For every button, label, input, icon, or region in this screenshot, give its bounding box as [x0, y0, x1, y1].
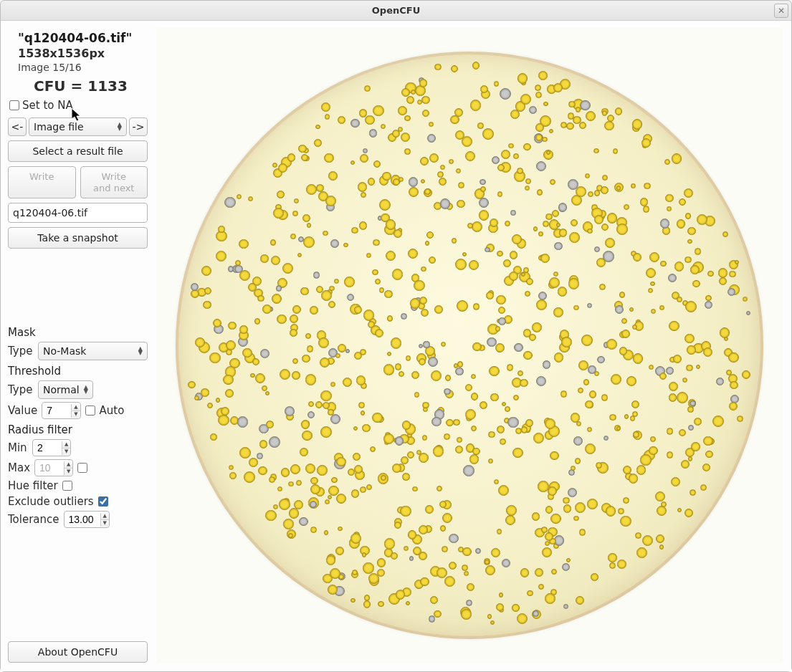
- colony-selected: [585, 173, 590, 178]
- radius-max-spinner[interactable]: ▲▼: [34, 459, 73, 476]
- mask-type-combo[interactable]: No-Mask ▲▼: [38, 342, 148, 360]
- colony-selected: [399, 371, 404, 377]
- colony-selected: [536, 299, 547, 310]
- write-button[interactable]: Write: [8, 166, 76, 198]
- colony-selected: [328, 409, 333, 415]
- colony-selected: [406, 355, 411, 360]
- colony-selected: [471, 374, 476, 379]
- colony-selected: [659, 305, 664, 310]
- tolerance-spinner[interactable]: ▲▼: [64, 511, 110, 528]
- colony-selected: [526, 278, 533, 285]
- radius-min-input[interactable]: [33, 440, 62, 456]
- colony-selected: [684, 188, 693, 198]
- colony-selected: [244, 471, 255, 483]
- colony-selected: [576, 596, 585, 605]
- colony-selected: [615, 107, 622, 115]
- colony-selected: [729, 402, 738, 411]
- set-na-checkbox[interactable]: [9, 100, 19, 110]
- colony-selected: [523, 143, 530, 150]
- threshold-type-combo[interactable]: Normal ▲▼: [38, 380, 93, 399]
- colony-unselected: [746, 311, 750, 315]
- colony-selected: [594, 190, 600, 196]
- write-and-next-button[interactable]: Write and next: [80, 166, 148, 198]
- colony-selected: [569, 232, 580, 243]
- tolerance-label: Tolerance: [8, 513, 59, 526]
- colony-selected: [677, 392, 688, 403]
- colony-selected: [351, 489, 359, 497]
- colony-selected: [350, 533, 361, 544]
- colony-selected: [505, 515, 515, 525]
- colony-selected: [548, 486, 557, 496]
- colony-selected: [372, 413, 382, 423]
- colony-selected: [578, 388, 583, 393]
- colony-selected: [420, 577, 429, 586]
- colony-selected: [512, 604, 519, 611]
- petri-dish: [176, 52, 763, 639]
- colony-selected: [550, 514, 561, 524]
- hue-filter-checkbox[interactable]: [62, 481, 72, 491]
- colony-selected: [362, 552, 367, 557]
- colony-selected: [620, 516, 631, 527]
- colony-unselected: [350, 119, 359, 128]
- colony-selected: [669, 321, 679, 332]
- colony-selected: [386, 251, 396, 261]
- colony-selected: [601, 186, 609, 194]
- colony-selected: [365, 115, 374, 125]
- colony-selected: [571, 219, 578, 226]
- next-image-button[interactable]: ->: [129, 117, 148, 136]
- colony-selected: [440, 165, 445, 170]
- colony-selected: [262, 304, 272, 314]
- image-file-combo[interactable]: Image file ▲▼: [29, 117, 127, 136]
- colony-selected: [420, 157, 429, 165]
- colony-selected: [648, 288, 653, 293]
- spinner-buttons[interactable]: ▲▼: [64, 461, 72, 475]
- threshold-auto-checkbox[interactable]: [85, 405, 95, 416]
- colony-selected: [239, 325, 247, 333]
- colony-selected: [702, 464, 710, 471]
- colony-selected: [277, 191, 285, 198]
- colony-selected: [462, 136, 472, 147]
- radius-min-spinner[interactable]: ▲▼: [32, 439, 71, 456]
- colony-selected: [568, 278, 580, 289]
- about-button[interactable]: About OpenCFU: [8, 641, 148, 663]
- spinner-buttons[interactable]: ▲▼: [62, 441, 70, 455]
- colony-selected: [469, 454, 479, 464]
- colony-unselected: [594, 246, 600, 252]
- colony-unselected: [191, 283, 199, 291]
- close-button[interactable]: ✕: [774, 4, 788, 18]
- colony-selected: [330, 382, 335, 387]
- select-result-file-button[interactable]: Select a result file: [8, 140, 148, 162]
- colony-selected: [621, 318, 627, 324]
- colony-selected: [370, 446, 376, 452]
- radius-max-enable-checkbox[interactable]: [77, 463, 87, 473]
- colony-selected: [377, 558, 386, 567]
- colony-selected: [523, 351, 532, 360]
- colony-selected: [201, 388, 209, 396]
- colony-selected: [282, 263, 293, 274]
- colony-selected: [265, 510, 277, 522]
- colony-unselected: [727, 288, 735, 296]
- threshold-value-input[interactable]: [42, 403, 71, 418]
- spinner-buttons[interactable]: ▲▼: [100, 513, 109, 527]
- colony-selected: [641, 138, 651, 148]
- colony-unselected: [580, 100, 590, 110]
- threshold-value-spinner[interactable]: ▲▼: [42, 402, 80, 419]
- spinner-buttons[interactable]: ▲▼: [71, 404, 80, 418]
- colony-selected: [591, 573, 598, 580]
- take-snapshot-button[interactable]: Take a snapshot: [8, 227, 148, 249]
- colony-selected: [488, 431, 495, 438]
- tolerance-input[interactable]: [65, 512, 100, 527]
- set-na-label: Set to NA: [22, 99, 73, 112]
- filename-input[interactable]: [8, 203, 148, 223]
- colony-unselected: [429, 615, 436, 623]
- colony-selected: [563, 497, 569, 504]
- colony-selected: [472, 448, 480, 455]
- colony-selected: [560, 390, 568, 398]
- exclude-outliers-checkbox[interactable]: [98, 496, 108, 507]
- colony-selected: [239, 239, 249, 249]
- colony-selected: [601, 224, 609, 231]
- image-canvas[interactable]: [156, 28, 783, 663]
- prev-image-button[interactable]: <-: [8, 117, 27, 136]
- colony-selected: [336, 494, 346, 504]
- colony-selected: [294, 500, 303, 509]
